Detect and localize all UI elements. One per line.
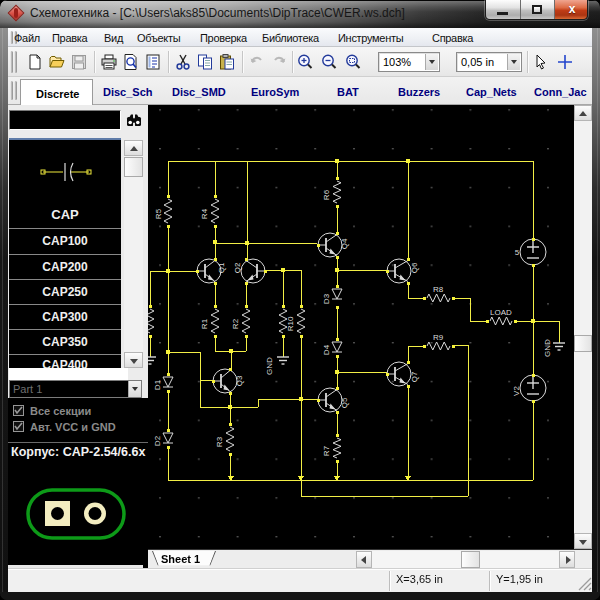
svg-text:R1: R1 <box>200 318 209 329</box>
svg-text:D1: D1 <box>153 379 162 390</box>
svg-text:LOAD: LOAD <box>490 308 512 317</box>
svg-text:Q3: Q3 <box>235 375 244 386</box>
svg-text:Q6: Q6 <box>410 262 419 273</box>
svg-text:Q1: Q1 <box>217 262 226 273</box>
svg-text:V2: V2 <box>512 386 521 396</box>
svg-text:GND: GND <box>543 339 552 357</box>
svg-text:Q5: Q5 <box>340 397 349 408</box>
svg-text:R4: R4 <box>200 208 209 219</box>
svg-text:R3: R3 <box>215 436 224 447</box>
svg-text:5: 5 <box>515 248 520 257</box>
svg-text:Q4: Q4 <box>340 238 349 249</box>
svg-text:Q2: Q2 <box>233 262 242 273</box>
svg-text:Q7: Q7 <box>410 371 419 382</box>
svg-text:R5: R5 <box>154 208 163 219</box>
svg-text:R8: R8 <box>433 285 444 294</box>
svg-text:D3: D3 <box>322 293 331 304</box>
svg-text:R10: R10 <box>286 316 295 331</box>
svg-text:GND: GND <box>265 357 274 375</box>
svg-text:D4: D4 <box>322 344 331 355</box>
svg-text:R7: R7 <box>322 445 331 456</box>
svg-text:D2: D2 <box>153 435 162 446</box>
svg-text:R2: R2 <box>231 318 240 329</box>
svg-text:R9: R9 <box>433 333 444 342</box>
svg-text:R6: R6 <box>322 189 331 200</box>
